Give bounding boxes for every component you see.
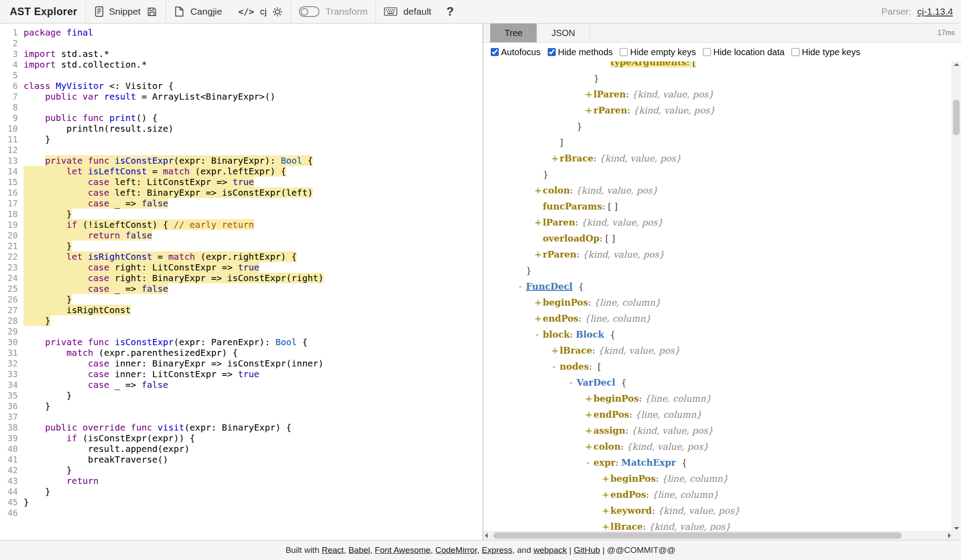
code-line-14[interactable]: 14 let isLeftConst = match (expr.leftExp… (2, 166, 482, 177)
code-line-33[interactable]: 33 case inner: LitConstExpr => true (2, 369, 482, 379)
code-line-17[interactable]: 17 case _ => false (2, 198, 482, 209)
code-line-37[interactable]: 37 (2, 411, 482, 422)
code-line-16[interactable]: 16 case left: BinaryExpr => isConstExpr(… (2, 187, 482, 198)
code-line-10[interactable]: 10 println(result.size) (2, 123, 482, 134)
vertical-scrollbar[interactable] (952, 61, 961, 532)
code-line-26[interactable]: 26 } (2, 294, 482, 305)
parser-id-label[interactable]: cj (260, 6, 266, 17)
save-icon[interactable] (146, 6, 157, 17)
parser-version-link[interactable]: cj-1.13.4 (917, 6, 953, 17)
collapse-icon[interactable]: - (551, 359, 557, 375)
expand-icon[interactable]: + (534, 294, 540, 310)
code-line-24[interactable]: 24 case right: BinaryExpr => isConstExpr… (2, 273, 482, 283)
code-line-15[interactable]: 15 case left: LitConstExpr => true (2, 177, 482, 187)
expand-icon[interactable]: + (585, 391, 591, 407)
code-line-43[interactable]: 43 return (2, 475, 482, 486)
scroll-down-arrow[interactable] (954, 527, 959, 530)
code-line-45[interactable]: 45} (2, 497, 482, 508)
code-line-38[interactable]: 38 public override func visit(expr: Bina… (2, 422, 482, 433)
code-line-12[interactable]: 12 (2, 145, 482, 155)
snippet-button[interactable]: Snippet (94, 6, 141, 17)
expand-icon[interactable]: + (534, 214, 540, 230)
code-line-2[interactable]: 2 (2, 38, 482, 48)
expand-icon[interactable]: + (602, 503, 608, 519)
expand-icon[interactable]: + (585, 102, 591, 118)
option-hide-type-keys[interactable]: Hide type keys (791, 47, 860, 57)
expand-icon[interactable]: + (602, 487, 608, 503)
expand-icon[interactable]: + (585, 86, 591, 102)
code-line-35[interactable]: 35 } (2, 390, 482, 401)
footer-link-font-awesome[interactable]: Font Awesome (375, 545, 430, 555)
code-line-11[interactable]: 11 } (2, 134, 482, 145)
code-line-21[interactable]: 21 } (2, 241, 482, 251)
code-line-34[interactable]: 34 case _ => false (2, 379, 482, 390)
option-hide-empty-keys[interactable]: Hide empty keys (620, 47, 696, 57)
app-title[interactable]: AST Explorer (0, 0, 85, 23)
tree-view[interactable]: typeArguments: [}+lParen: {kind, value, … (484, 61, 961, 540)
expand-icon[interactable]: + (551, 150, 557, 166)
expand-icon[interactable]: + (602, 519, 608, 532)
code-line-1[interactable]: 1package final (2, 27, 482, 38)
code-line-20[interactable]: 20 return false (2, 230, 482, 241)
option-hide-methods[interactable]: Hide methods (548, 47, 613, 57)
code-line-3[interactable]: 3import std.ast.* (2, 48, 482, 59)
footer-link-codemirror[interactable]: CodeMirror (435, 545, 477, 555)
code-line-28[interactable]: 28 } (2, 315, 482, 326)
code-line-5[interactable]: 5 (2, 70, 482, 81)
expand-icon[interactable]: + (602, 471, 608, 487)
node-type-link[interactable]: FuncDecl (526, 281, 573, 292)
language-label[interactable]: Cangjie (190, 6, 222, 17)
code-line-29[interactable]: 29 (2, 326, 482, 337)
code-line-46[interactable]: 46 (2, 508, 482, 518)
code-line-30[interactable]: 30 private func isConstExpr(expr: ParenE… (2, 337, 482, 347)
expand-icon[interactable]: + (534, 182, 540, 198)
autofocus-checkbox[interactable] (491, 48, 499, 56)
gear-icon[interactable] (272, 7, 283, 17)
hide-empty-keys-checkbox[interactable] (620, 48, 628, 56)
code-editor[interactable]: 1package final2 3import std.ast.*4import… (0, 24, 482, 540)
code-line-19[interactable]: 19 if (!isLeftConst) { // early return (2, 219, 482, 230)
code-line-40[interactable]: 40 result.append(expr) (2, 443, 482, 454)
footer-link-webpack[interactable]: webpack (533, 545, 567, 555)
expand-icon[interactable]: + (585, 407, 591, 423)
scroll-right-arrow[interactable] (948, 533, 951, 538)
code-line-31[interactable]: 31 match (expr.parenthesizedExpr) { (2, 347, 482, 358)
footer-link-github[interactable]: GitHub (573, 545, 600, 555)
hide-methods-checkbox[interactable] (548, 48, 556, 56)
footer-link-express[interactable]: Express (482, 545, 513, 555)
code-line-23[interactable]: 23 case right: LitConstExpr => true (2, 262, 482, 273)
node-type-link[interactable]: VarDecl (577, 377, 615, 388)
expand-icon[interactable]: + (551, 342, 557, 359)
node-type-link[interactable]: MatchExpr (621, 457, 676, 468)
hide-type-keys-checkbox[interactable] (791, 48, 799, 56)
keymap-label[interactable]: default (403, 6, 431, 17)
code-line-18[interactable]: 18 } (2, 209, 482, 219)
tab-json[interactable]: JSON (537, 24, 590, 42)
collapse-icon[interactable]: - (534, 326, 540, 342)
code-line-22[interactable]: 22 let isRightConst = match (expr.rightE… (2, 251, 482, 262)
vertical-scroll-thumb[interactable] (953, 100, 960, 135)
expand-icon[interactable]: + (585, 439, 591, 455)
code-line-8[interactable]: 8 (2, 102, 482, 113)
code-line-25[interactable]: 25 case _ => false (2, 283, 482, 294)
code-line-36[interactable]: 36 } (2, 401, 482, 411)
code-line-39[interactable]: 39 if (isConstExpr(expr)) { (2, 433, 482, 443)
expand-icon[interactable]: + (534, 310, 540, 326)
node-type-link[interactable]: Block (576, 329, 604, 340)
code-lines[interactable]: 1package final2 3import std.ast.*4import… (0, 24, 482, 518)
option-hide-location-data[interactable]: Hide location data (703, 47, 784, 57)
transform-toggle[interactable] (299, 6, 319, 17)
code-line-42[interactable]: 42 } (2, 465, 482, 475)
scroll-left-arrow[interactable] (485, 533, 488, 538)
expand-icon[interactable]: + (585, 423, 591, 439)
hide-location-data-checkbox[interactable] (703, 48, 711, 56)
expand-icon[interactable]: + (534, 246, 540, 262)
code-line-32[interactable]: 32 case inner: BinaryExpr => isConstExpr… (2, 358, 482, 369)
code-line-44[interactable]: 44 } (2, 486, 482, 497)
code-line-27[interactable]: 27 isRightConst (2, 305, 482, 315)
code-line-41[interactable]: 41 breakTraverse() (2, 454, 482, 465)
code-line-9[interactable]: 9 public func print() { (2, 113, 482, 123)
code-line-4[interactable]: 4import std.collection.* (2, 59, 482, 70)
help-button[interactable]: ? (439, 5, 461, 19)
horizontal-scrollbar[interactable] (484, 531, 952, 540)
